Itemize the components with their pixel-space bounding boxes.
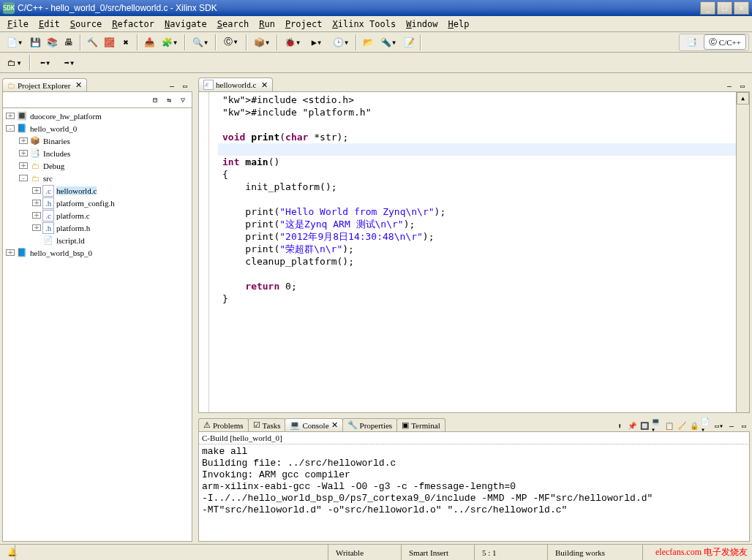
console-output[interactable]: make all Building file: ../src/helloworl… (198, 444, 750, 542)
link-editor-button[interactable]: ⇆ (163, 94, 175, 106)
expand-icon[interactable]: + (19, 137, 28, 144)
menu-navigate[interactable]: Navigate (160, 18, 211, 31)
project-tree[interactable]: +🔳duocore_hw_platform-📘hello_world_0+📦Bi… (2, 107, 192, 542)
save-button[interactable]: 💾 (27, 34, 43, 50)
code-area[interactable]: "kw">#include <stdio.h> "kw">#include "p… (218, 92, 736, 412)
fld-icon: 🗀 (29, 160, 41, 172)
console-tool-9[interactable]: — (726, 420, 737, 431)
tree-item-binaries[interactable]: +📦Binaries (3, 135, 192, 147)
c-icon: .c (42, 210, 54, 222)
close-icon[interactable]: ✕ (75, 80, 82, 90)
expand-icon[interactable]: + (19, 150, 28, 156)
launch-button[interactable]: 📦▾ (250, 34, 274, 50)
console-tool-10[interactable]: ▭ (738, 420, 750, 431)
app-icon: SDK (3, 2, 15, 14)
maximize-button[interactable]: □ (717, 1, 732, 15)
editor-tab[interactable]: .c helloworld.c ✕ (198, 77, 273, 91)
tab-problems[interactable]: ⚠Problems (198, 418, 249, 431)
editor-minimize-button[interactable]: — (723, 80, 735, 91)
expand-icon[interactable]: - (19, 175, 28, 181)
build-all-button[interactable]: 🧱 (101, 34, 117, 50)
profile-button[interactable]: 🕒▾ (329, 34, 353, 50)
tree-item-lscript-ld[interactable]: 📄lscript.ld (3, 234, 192, 246)
create-bsp-button[interactable]: 🧩▾ (158, 34, 181, 50)
tree-item-helloworld-c[interactable]: +.chelloworld.c (3, 184, 192, 197)
print-button[interactable]: 🖶 (61, 34, 77, 50)
forward-button[interactable]: ➡▾ (58, 55, 81, 71)
close-button[interactable]: × (734, 1, 749, 15)
expand-icon[interactable]: + (19, 162, 28, 169)
maximize-view-button[interactable]: ▭ (179, 80, 191, 91)
overview-ruler[interactable]: ▴ (736, 92, 749, 412)
cancel-build-button[interactable]: ✖ (118, 34, 134, 50)
tab-terminal[interactable]: ▣Terminal (396, 418, 445, 431)
open-element-button[interactable]: 📂 (360, 34, 376, 50)
expand-icon[interactable]: + (6, 249, 15, 256)
status-icon[interactable]: 🔔 (0, 545, 15, 560)
collapse-all-button[interactable]: ⊟ (149, 94, 161, 106)
minimize-view-button[interactable]: — (166, 80, 178, 91)
menu-help[interactable]: Help (444, 18, 474, 31)
project-explorer-tab[interactable]: 🗀 Project Explorer ✕ (2, 78, 87, 91)
tree-item-platform-h[interactable]: +.hplatform.h (3, 222, 192, 234)
console-tool-2[interactable]: 🔲 (639, 420, 650, 431)
expand-icon[interactable]: + (32, 187, 41, 194)
open-type-button[interactable]: 🔍▾ (189, 34, 212, 50)
expand-icon[interactable]: + (6, 113, 15, 119)
tree-item-src[interactable]: -🗀src (3, 172, 192, 184)
menu-search[interactable]: Search (213, 18, 253, 31)
nav-menu-button[interactable]: 🗀▾ (3, 55, 26, 71)
tree-item-hello-world-bsp-0[interactable]: +📘hello_world_bsp_0 (3, 246, 192, 259)
debug-button[interactable]: 🐞▾ (281, 34, 304, 50)
tree-label: Includes (43, 149, 70, 158)
console-tool-0[interactable]: ⬆ (614, 420, 625, 431)
console-tool-4[interactable]: 📋 (663, 420, 675, 431)
tree-item-hello-world-0[interactable]: -📘hello_world_0 (3, 122, 192, 135)
expand-icon[interactable]: - (6, 125, 15, 132)
console-tool-1[interactable]: 📌 (626, 420, 638, 431)
console-tool-6[interactable]: 🔒 (688, 420, 700, 431)
close-tab-icon[interactable]: ✕ (261, 80, 268, 90)
tab-tasks[interactable]: ☑Tasks (248, 418, 286, 431)
code-editor[interactable]: "kw">#include <stdio.h> "kw">#include "p… (198, 91, 750, 413)
expand-icon[interactable]: + (32, 212, 41, 219)
tab-properties[interactable]: 🔧Properties (342, 418, 398, 431)
close-icon[interactable]: ✕ (331, 420, 338, 430)
menu-xilinx-tools[interactable]: Xilinx Tools (328, 18, 400, 31)
tree-item-duocore-hw-platform[interactable]: +🔳duocore_hw_platform (3, 110, 192, 122)
menu-source[interactable]: Source (66, 18, 106, 31)
console-tool-7[interactable]: 📄▾ (701, 420, 712, 431)
console-tool-5[interactable]: 🧹 (676, 420, 688, 431)
console-tool-8[interactable]: ▭▾ (713, 420, 725, 431)
perspective-label: C/C++ (719, 38, 741, 47)
run-button[interactable]: ▶▾ (305, 34, 328, 50)
tree-item-platform-c[interactable]: +.cplatform.c (3, 209, 192, 222)
tree-item-debug[interactable]: +🗀Debug (3, 159, 192, 172)
cpp-perspective-button[interactable]: Ⓒ C/C++ (704, 34, 746, 50)
editor-maximize-button[interactable]: ▭ (737, 80, 748, 91)
open-perspective-button[interactable]: 📑 (682, 35, 702, 49)
menu-edit[interactable]: Edit (34, 18, 64, 31)
tab-console[interactable]: 💻Console✕ (285, 418, 342, 431)
save-all-button[interactable]: 📚 (44, 34, 60, 50)
console-tool-3[interactable]: 💻▾ (651, 420, 663, 431)
build-button[interactable]: 🔨 (84, 34, 100, 50)
expand-icon[interactable]: + (32, 224, 41, 231)
menu-file[interactable]: File (3, 18, 33, 31)
scroll-up-icon[interactable]: ▴ (737, 92, 749, 105)
expand-icon[interactable]: + (32, 200, 41, 206)
new-button[interactable]: 📄▾ (3, 34, 26, 50)
new-c-button[interactable]: Ⓒ▾ (219, 34, 243, 50)
toggle-mark-button[interactable]: 📝 (401, 34, 417, 50)
menu-run[interactable]: Run (255, 18, 279, 31)
program-fpga-button[interactable]: 📥 (141, 34, 157, 50)
menu-window[interactable]: Window (402, 18, 442, 31)
menu-refactor[interactable]: Refactor (108, 18, 159, 31)
menu-project[interactable]: Project (281, 18, 327, 31)
back-button[interactable]: ⬅▾ (34, 55, 57, 71)
tree-item-platform-config-h[interactable]: +.hplatform_config.h (3, 197, 192, 209)
search-button[interactable]: 🔦▾ (377, 34, 400, 50)
view-menu-button[interactable]: ▽ (177, 94, 189, 106)
tree-item-includes[interactable]: +📑Includes (3, 147, 192, 159)
minimize-button[interactable]: _ (700, 1, 715, 15)
